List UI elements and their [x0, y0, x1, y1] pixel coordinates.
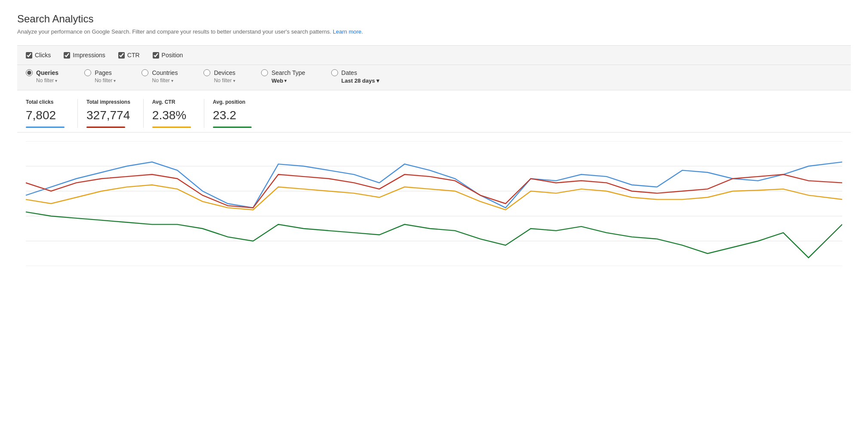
clicks-checkbox-input[interactable] — [26, 52, 32, 59]
dimension-dates[interactable]: Dates Last 28 days ▾ — [331, 69, 379, 84]
dimension-pages[interactable]: Pages No filter ▾ — [84, 69, 116, 84]
pages-dimension-label: Pages — [95, 69, 112, 76]
learn-more-link[interactable]: Learn more. — [333, 28, 363, 35]
stats-row: Total clicks 7,802 Total impressions 327… — [17, 90, 851, 133]
devices-radio[interactable] — [203, 69, 210, 76]
ctr-line-indicator — [152, 127, 191, 128]
impressions-checkbox[interactable]: Impressions — [64, 52, 105, 59]
position-chart-line — [26, 212, 842, 257]
avg-ctr-stat: Avg. CTR 2.38% — [152, 99, 204, 128]
dimension-search-type[interactable]: Search Type Web ▾ — [261, 69, 305, 84]
dimension-queries[interactable]: Queries No filter ▾ — [26, 69, 58, 84]
total-impressions-value: 327,774 — [86, 108, 130, 122]
pages-filter[interactable]: No filter ▾ — [95, 77, 116, 84]
devices-dimension-label: Devices — [214, 69, 235, 76]
total-clicks-label: Total clicks — [26, 99, 65, 105]
dimension-bar: Queries No filter ▾ Pages No filter ▾ Co… — [17, 65, 851, 90]
chart-container — [17, 137, 851, 275]
queries-dimension-label: Queries — [36, 69, 58, 76]
page-subtitle: Analyze your performance on Google Searc… — [17, 28, 851, 35]
pages-radio[interactable] — [84, 69, 91, 76]
search-type-radio[interactable] — [261, 69, 268, 76]
avg-ctr-label: Avg. CTR — [152, 99, 191, 105]
ctr-checkbox[interactable]: CTR — [118, 52, 140, 59]
filter-bar: Clicks Impressions CTR Position — [17, 45, 851, 65]
total-clicks-stat: Total clicks 7,802 — [26, 99, 78, 128]
position-checkbox[interactable]: Position — [153, 52, 183, 59]
impressions-checkbox-input[interactable] — [64, 52, 70, 59]
clicks-line-indicator — [26, 127, 65, 128]
page-title: Search Analytics — [17, 13, 851, 25]
total-clicks-value: 7,802 — [26, 108, 65, 122]
avg-position-stat: Avg. position 23.2 — [213, 99, 265, 128]
search-type-dimension-label: Search Type — [271, 69, 305, 76]
dates-value[interactable]: Last 28 days ▾ — [342, 77, 379, 84]
devices-filter[interactable]: No filter ▾ — [214, 77, 235, 84]
clicks-label: Clicks — [35, 52, 51, 59]
position-line-indicator — [213, 127, 252, 128]
ctr-chart-line — [26, 185, 842, 210]
position-checkbox-input[interactable] — [153, 52, 159, 59]
search-type-value[interactable]: Web ▾ — [271, 77, 286, 84]
dates-dimension-label: Dates — [342, 69, 357, 76]
impressions-label: Impressions — [73, 52, 105, 59]
queries-radio[interactable] — [26, 69, 33, 76]
line-chart — [26, 141, 842, 266]
avg-position-value: 23.2 — [213, 108, 252, 122]
total-impressions-stat: Total impressions 327,774 — [86, 99, 144, 128]
impressions-line-indicator — [86, 127, 125, 128]
ctr-label: CTR — [127, 52, 140, 59]
ctr-checkbox-input[interactable] — [118, 52, 125, 59]
dates-radio[interactable] — [331, 69, 338, 76]
total-impressions-label: Total impressions — [86, 99, 130, 105]
avg-position-label: Avg. position — [213, 99, 252, 105]
countries-radio[interactable] — [142, 69, 148, 76]
avg-ctr-value: 2.38% — [152, 108, 191, 122]
countries-dimension-label: Countries — [152, 69, 178, 76]
queries-filter[interactable]: No filter ▾ — [36, 77, 57, 84]
dimension-countries[interactable]: Countries No filter ▾ — [142, 69, 178, 84]
dimension-devices[interactable]: Devices No filter ▾ — [203, 69, 235, 84]
clicks-checkbox[interactable]: Clicks — [26, 52, 51, 59]
countries-filter[interactable]: No filter ▾ — [152, 77, 173, 84]
position-label: Position — [162, 52, 183, 59]
